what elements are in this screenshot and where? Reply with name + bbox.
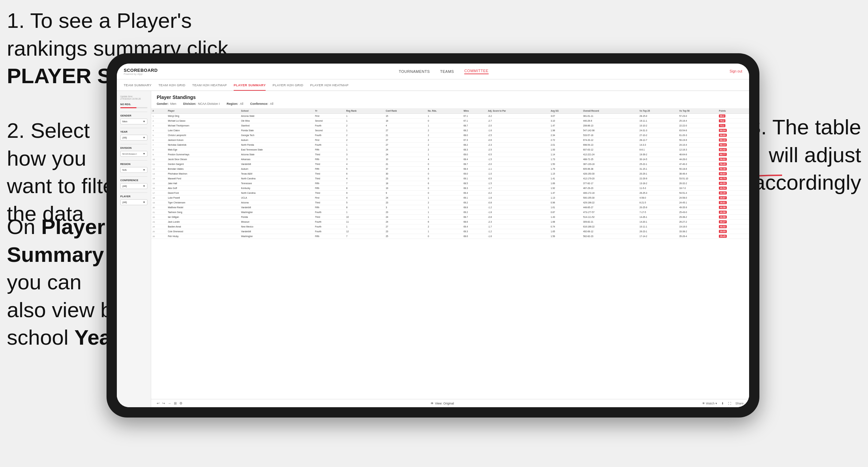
cell-points: 39.95 bbox=[717, 229, 749, 234]
region-select[interactable]: N/A ▼ bbox=[120, 167, 147, 173]
col-yr: Yr bbox=[314, 108, 345, 114]
table-row[interactable]: 16 Alex Goff Kentucky Fifth 8 19 0 68.3 … bbox=[151, 186, 749, 191]
watch-button[interactable]: 👁 Watch ▾ bbox=[702, 402, 717, 405]
cell-school: Texas A&M bbox=[240, 171, 314, 176]
cell-adj: -0.5 bbox=[487, 152, 549, 157]
cell-adj: -1.6 bbox=[487, 128, 549, 133]
player-select[interactable]: (All) ▼ bbox=[120, 199, 147, 205]
settings-icon[interactable]: ⚙ bbox=[179, 401, 182, 405]
cell-school: Washington bbox=[240, 210, 314, 215]
redo-button[interactable]: ↪ bbox=[162, 401, 165, 405]
col-points: Points bbox=[717, 108, 749, 114]
cell-player: Phichaksn Maichon bbox=[166, 171, 240, 176]
cell-player: Jake Hall bbox=[166, 181, 240, 186]
subnav-team-summary[interactable]: TEAM SUMMARY bbox=[124, 80, 152, 91]
logo-area: SCOREBOARD Powered by clippi bbox=[124, 68, 158, 75]
cell-rank: 16 bbox=[151, 186, 166, 191]
cell-no-rds: 0 bbox=[426, 171, 462, 176]
download-button[interactable]: ⬇ bbox=[721, 402, 724, 405]
cell-top25: 13-18-2 bbox=[638, 181, 678, 186]
subnav-team-h2h-heatmap[interactable]: TEAM H2H HEATMAP bbox=[192, 80, 227, 91]
cell-top50: 54-51-4 bbox=[678, 191, 718, 196]
cell-wins: 69.1 bbox=[462, 196, 487, 200]
table-row[interactable]: 23 Jack Lundin Missouri Fourth 11 24 6 6… bbox=[151, 220, 749, 224]
cell-school: Vanderbilt bbox=[240, 205, 314, 210]
table-row[interactable]: 11 Gordon Sargent Vanderbilt Third 4 21 … bbox=[151, 162, 749, 167]
table-row[interactable]: 20 Matthew Riedel Vanderbilt Fifth 8 3 1… bbox=[151, 205, 749, 210]
table-row[interactable]: 4 Luke Claton Florida State Second 1 27 … bbox=[151, 128, 749, 133]
cell-yr: Fourth bbox=[314, 133, 345, 138]
cell-no-rds: 1 bbox=[426, 123, 462, 128]
cell-record: 488-72-25 bbox=[582, 157, 638, 162]
cell-yr: Second bbox=[314, 128, 345, 133]
undo-button[interactable]: ↩ bbox=[157, 401, 159, 405]
cell-points: 40.55 bbox=[717, 181, 749, 186]
table-row[interactable]: 1 Wenyi Ding Arizona State First 1 15 1 … bbox=[151, 114, 749, 119]
cell-school: North Carolina bbox=[240, 191, 314, 196]
subnav-player-h2h-grid[interactable]: PLAYER H2H GRID bbox=[272, 80, 303, 91]
cell-school: Auburn bbox=[240, 167, 314, 171]
cell-rank: 9 bbox=[151, 152, 166, 157]
table-row[interactable]: 19 Tiger Christensen Arizona Third 5 23 … bbox=[151, 200, 749, 205]
table-row[interactable]: 26 Petr Hruby Washington Fifth 7 25 0 68… bbox=[151, 234, 749, 239]
cell-school: UCLA bbox=[240, 196, 314, 200]
table-row[interactable]: 10 Jacob Skov Olesen Arkansas Fifth 3 10… bbox=[151, 157, 749, 162]
copy-button[interactable]: ⊞ bbox=[174, 401, 177, 405]
cell-record: 309-82-21 bbox=[582, 220, 638, 224]
main-nav: TOURNAMENTS TEAMS COMMITTEE bbox=[158, 69, 730, 74]
cell-avg-sg: 1.15 bbox=[549, 171, 582, 176]
table-row[interactable]: 17 David Ford North Carolina Third 9 9 0… bbox=[151, 191, 749, 196]
table-row[interactable]: 5 Christo Lamprecht Georgia Tech Fourth … bbox=[151, 133, 749, 138]
table-row[interactable]: 9 Preston Summerhays Arizona State Third… bbox=[151, 152, 749, 157]
table-row[interactable]: 25 Cole Sherwood Vanderbilt Fourth 12 23… bbox=[151, 229, 749, 234]
gender-select[interactable]: Men ▼ bbox=[120, 119, 147, 124]
nav-teams[interactable]: TEAMS bbox=[440, 69, 454, 74]
share-button[interactable]: Share bbox=[735, 402, 744, 405]
fullscreen-button[interactable]: ⛶ bbox=[728, 402, 731, 405]
table-row[interactable]: 12 Brendan Valdes Auburn Fifth 5 37 4 68… bbox=[151, 167, 749, 171]
cell-record: 448-85-27 bbox=[582, 205, 638, 210]
forward-button[interactable]: → bbox=[168, 401, 171, 405]
cell-yr: Fifth bbox=[314, 234, 345, 239]
cell-points: 63.42 bbox=[717, 147, 749, 152]
cell-yr: Third bbox=[314, 215, 345, 220]
cell-rank: 19 bbox=[151, 200, 166, 205]
table-row[interactable]: 7 Nicholas Gabrelcik North Florida Fourt… bbox=[151, 143, 749, 147]
table-row[interactable]: 15 Jake Hall Tennessee Fifth 7 18 6 68.5… bbox=[151, 181, 749, 186]
table-row[interactable]: 13 Phichaksn Maichon Texas A&M Third 6 3… bbox=[151, 171, 749, 176]
cell-record: 616-168-22 bbox=[582, 224, 638, 229]
conference-select[interactable]: (All) ▼ bbox=[120, 183, 147, 189]
table-row[interactable]: 8 Mats Ege East Tennessee State Fifth 1 … bbox=[151, 147, 749, 152]
cell-school: Arizona State bbox=[240, 152, 314, 157]
nav-tournaments[interactable]: TOURNAMENTS bbox=[399, 69, 430, 74]
cell-reg-rank: 11 bbox=[345, 220, 385, 224]
subnav-player-summary[interactable]: PLAYER SUMMARY bbox=[234, 80, 266, 91]
table-row[interactable]: 14 Maxwell Ford North Carolina Third 4 2… bbox=[151, 176, 749, 181]
cell-rank: 18 bbox=[151, 196, 166, 200]
year-select[interactable]: (All) ▼ bbox=[120, 135, 147, 141]
table-row[interactable]: 21 Taehoon Song Washington Fourth 1 23 1… bbox=[151, 210, 749, 215]
table-row[interactable]: 2 Michael La Sasso Ole Miss Second 1 18 … bbox=[151, 119, 749, 123]
no-rds-slider[interactable] bbox=[120, 107, 147, 108]
subnav-player-h2h-heatmap[interactable]: PLAYER H2H HEATMAP bbox=[310, 80, 349, 91]
instruction-step2-bottom: On Player Summary you can also view by s… bbox=[7, 213, 124, 352]
cell-adj: -1.7 bbox=[487, 224, 549, 229]
cell-top50: 12-16-3 bbox=[678, 147, 718, 152]
table-row[interactable]: 6 Jackson Koivun Auburn First 2 27 2 67.… bbox=[151, 138, 749, 143]
table-row[interactable]: 18 Luke Powell UCLA First 4 24 1 69.1 -1… bbox=[151, 196, 749, 200]
cell-avg-sg: 1.68 bbox=[549, 220, 582, 224]
cell-player: Gordon Sargent bbox=[166, 162, 240, 167]
table-filters: Gender: Men Division: NCAA Division I Re… bbox=[151, 102, 749, 108]
nav-committee[interactable]: COMMITTEE bbox=[464, 69, 489, 74]
cell-top25: 19-11-1 bbox=[638, 119, 678, 123]
subnav-team-h2h-grid[interactable]: TEAM H2H GRID bbox=[158, 80, 185, 91]
division-select[interactable]: NCAA Division I ▼ bbox=[120, 151, 147, 157]
table-row[interactable]: 22 Ian Gilligan Florida Third 10 24 1 68… bbox=[151, 215, 749, 220]
table-title: Player Standings bbox=[151, 91, 749, 102]
cell-top50: 25-16-4 bbox=[678, 119, 718, 123]
table-row[interactable]: 3 Michael Thorbjornsen Stanford Fourth 2… bbox=[151, 123, 749, 128]
table-row[interactable]: 24 Bastien Amat New Mexico Fourth 1 27 2… bbox=[151, 224, 749, 229]
cell-record: 492-66-12 bbox=[582, 229, 638, 234]
table-scroll[interactable]: # Player School Yr Reg Rank Conf Rank No… bbox=[151, 108, 749, 399]
sign-out-link[interactable]: Sign out bbox=[730, 69, 742, 73]
